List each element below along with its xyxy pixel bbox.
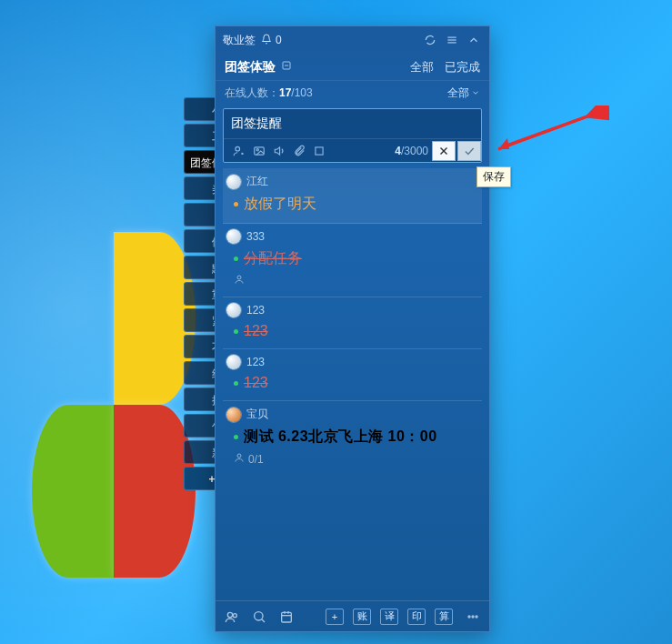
avatar [226,175,241,189]
note-text: 放假了明天 [244,195,316,214]
annotation-arrow [491,106,609,156]
note-text: 123 [244,323,268,339]
char-counter: 4/3000 [395,145,428,157]
svg-line-16 [262,619,265,621]
toolbar-add-button[interactable]: + [326,609,344,625]
cancel-button[interactable] [432,141,456,161]
group-title: 团签体验 [225,59,276,75]
note-input[interactable] [224,109,481,138]
toolbar-btn[interactable]: 算 [435,609,453,625]
note-text: 分配任务 [244,249,302,268]
app-window: 敬业签 0 团签体验 全部 已完成 在 [215,25,490,632]
svg-rect-6 [255,146,265,154]
note-item[interactable]: 123 123 [223,349,482,401]
bottom-toolbar: + 账 译 印 算 [216,600,489,631]
author-name: 123 [246,304,265,317]
svg-line-24 [498,110,605,149]
author-name: 宝贝 [246,407,268,422]
more-icon[interactable] [464,608,482,626]
avatar [226,303,241,317]
attach-icon[interactable] [289,141,309,161]
note-text: 测试 6.23北京飞上海 10：00 [244,428,437,447]
fullscreen-icon[interactable] [309,141,329,161]
svg-point-15 [255,611,263,619]
app-name: 敬业签 [223,33,256,48]
avatar [226,229,241,244]
svg-point-11 [237,276,241,279]
note-list: 江红 放假了明天 333 分配任务 [216,168,489,600]
svg-point-23 [476,616,477,618]
filter-all[interactable]: 全部 [410,59,434,75]
note-item[interactable]: 333 分配任务 [223,224,482,297]
new-note-editor: 4/3000 [223,108,482,163]
svg-point-7 [256,148,258,150]
status-dot [234,202,238,206]
sync-icon[interactable] [422,32,438,48]
status-dot [234,435,238,439]
titlebar[interactable]: 敬业签 0 [216,26,489,54]
status-dot [234,381,238,386]
toolbar-btn[interactable]: 印 [407,609,426,625]
filter-done[interactable]: 已完成 [445,59,480,75]
author-name: 123 [246,356,265,368]
online-total: /103 [291,86,312,99]
expand-icon[interactable] [466,32,482,48]
note-item[interactable]: 123 123 [223,297,482,349]
svg-point-14 [233,613,236,617]
author-name: 江红 [246,174,268,189]
assign-icon[interactable] [229,141,249,161]
members-icon[interactable] [223,608,241,626]
svg-point-12 [237,454,241,458]
note-item[interactable]: 江红 放假了明天 [223,168,482,224]
save-button[interactable] [457,141,481,161]
svg-point-4 [236,146,240,151]
status-dot [234,257,238,261]
svg-point-21 [468,616,470,618]
svg-rect-17 [282,612,292,622]
toolbar-btn[interactable]: 译 [380,609,398,625]
save-tooltip: 保存 [476,166,511,187]
svg-point-22 [472,616,474,618]
editor-toolbar: 4/3000 [224,138,481,162]
note-text: 123 [244,375,268,391]
search-icon[interactable] [250,608,268,626]
toolbar-btn[interactable]: 账 [353,609,371,625]
bell-icon[interactable] [261,34,272,47]
svg-point-13 [227,612,232,617]
notif-count: 0 [276,34,282,46]
group-header: 团签体验 全部 已完成 [216,54,489,81]
online-label: 在线人数： [225,86,279,101]
person-icon [234,452,245,466]
svg-rect-8 [316,146,323,154]
avatar [226,355,241,369]
online-row: 在线人数： 17 /103 全部 [216,81,489,105]
view-filter-dropdown[interactable]: 全部 [447,86,480,101]
avatar [226,408,241,422]
svg-line-25 [504,110,605,146]
author-name: 333 [246,230,265,243]
calendar-icon[interactable] [277,608,296,626]
edit-icon[interactable] [281,60,292,74]
sound-icon[interactable] [269,141,289,161]
menu-icon[interactable] [444,32,460,48]
windows-logo [32,232,196,578]
person-icon [234,274,245,287]
status-dot [234,329,238,334]
svg-point-5 [242,153,243,154]
online-count: 17 [279,86,291,99]
assignee-count: 0/1 [248,453,264,466]
note-item[interactable]: 宝贝 测试 6.23北京飞上海 10：00 0/1 [223,401,482,475]
desktop-background: 小敬 工作 团签体验 美眉 图 便签 默认 重要 紧急 不累 纪念 提醒 句子 … [0,0,672,644]
image-icon[interactable] [249,141,269,161]
